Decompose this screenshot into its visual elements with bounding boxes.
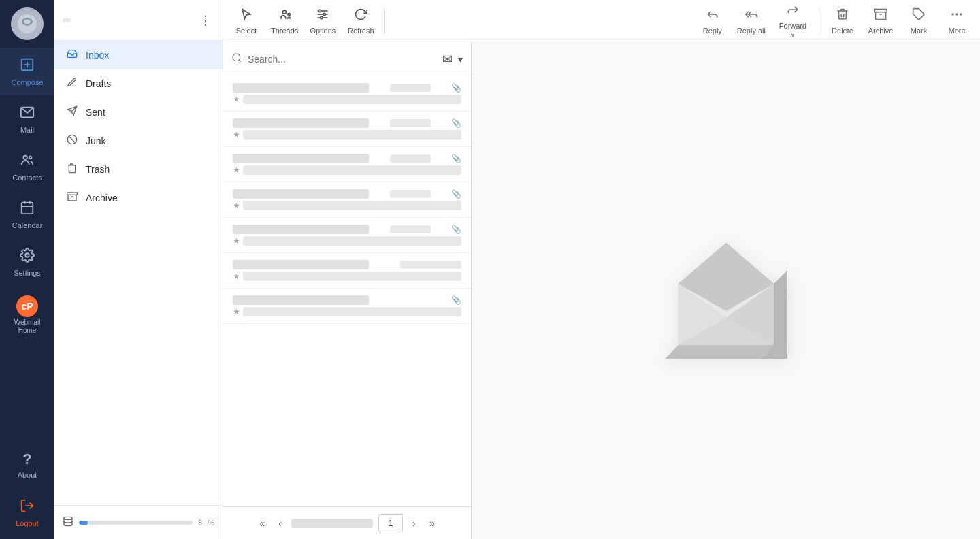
email-subject <box>243 307 461 316</box>
svg-rect-7 <box>22 202 33 214</box>
mark-button[interactable]: Mark <box>901 3 936 39</box>
storage-bar-container <box>79 521 193 525</box>
star-icon[interactable]: ★ <box>233 95 240 104</box>
prev-page-button[interactable]: ‹ <box>274 515 286 532</box>
folder-item-inbox[interactable]: Inbox <box>54 41 223 69</box>
list-item[interactable]: 📎 ★ <box>223 218 471 253</box>
reply-label: Reply <box>703 27 722 35</box>
folder-list: Inbox Drafts Sent Junk <box>54 41 223 505</box>
folder-item-archive[interactable]: Archive <box>54 184 223 212</box>
folder-menu-button[interactable]: ⋮ <box>197 10 214 31</box>
nav-item-logout[interactable]: Logout <box>0 489 54 536</box>
delete-label: Delete <box>832 27 853 35</box>
star-icon[interactable]: ★ <box>233 236 240 246</box>
folder-item-junk[interactable]: Junk <box>54 127 223 155</box>
svg-point-28 <box>952 14 953 15</box>
sent-icon <box>65 105 79 119</box>
nav-item-settings[interactable]: Settings <box>0 238 54 286</box>
mark-icon <box>912 7 926 24</box>
reply-all-label: Reply all <box>737 27 766 35</box>
nav-item-contacts[interactable]: Contacts <box>0 143 54 191</box>
more-icon <box>950 7 964 24</box>
nav-item-calendar[interactable]: Calendar <box>0 191 54 238</box>
svg-point-5 <box>24 155 28 159</box>
nav-item-about[interactable]: ? About <box>0 441 54 489</box>
list-item[interactable]: 📎 ★ <box>223 289 471 324</box>
folder-item-trash[interactable]: Trash <box>54 155 223 184</box>
email-time <box>390 119 431 127</box>
list-item[interactable]: ★ <box>223 253 471 289</box>
webmail-label: WebmailHome <box>14 318 41 335</box>
calendar-label: Calendar <box>12 221 43 229</box>
compose-label: Compose <box>11 78 43 86</box>
archive-button[interactable]: Archive <box>863 3 898 39</box>
first-page-button[interactable]: « <box>256 515 270 532</box>
archive-folder-icon <box>65 191 79 205</box>
email-time <box>390 84 431 92</box>
search-dropdown-icon[interactable]: ▾ <box>458 54 463 65</box>
svg-point-6 <box>29 156 32 159</box>
nav-item-compose[interactable]: Compose <box>0 48 54 95</box>
search-input[interactable] <box>248 54 437 65</box>
more-button[interactable]: More <box>939 3 975 39</box>
next-page-button[interactable]: › <box>408 515 420 532</box>
threads-button[interactable]: Threads <box>267 3 302 39</box>
folder-pane: ⋮ Inbox Drafts Sent <box>54 0 223 539</box>
email-subject <box>243 165 461 175</box>
star-icon[interactable]: ★ <box>233 201 240 210</box>
filter-icon[interactable]: ✉ <box>442 52 453 67</box>
svg-point-18 <box>288 13 290 15</box>
folder-footer: 8 % <box>54 505 223 539</box>
star-icon[interactable]: ★ <box>233 130 240 140</box>
email-sender <box>233 189 369 199</box>
star-icon[interactable]: ★ <box>233 272 240 281</box>
email-subject <box>243 130 461 140</box>
email-subject <box>243 236 461 246</box>
storage-percent-sign: % <box>208 519 214 527</box>
logo-icon <box>11 7 44 40</box>
last-page-button[interactable]: » <box>425 515 439 532</box>
folder-header: ⋮ <box>54 0 223 41</box>
forward-button[interactable]: Forward ▼ <box>772 3 813 39</box>
list-item[interactable]: 📎 ★ <box>223 147 471 182</box>
svg-point-16 <box>64 517 72 519</box>
email-time <box>390 225 431 233</box>
page-info-blurred <box>291 519 373 528</box>
archive-tb-label: Archive <box>868 27 894 35</box>
nav-item-webmail[interactable]: cP WebmailHome <box>0 291 54 339</box>
svg-point-24 <box>321 16 323 18</box>
toolbar-divider-2 <box>819 7 819 35</box>
page-number-input[interactable] <box>378 514 403 532</box>
list-item[interactable]: 📎 ★ <box>223 112 471 147</box>
svg-point-17 <box>283 10 287 14</box>
email-list-footer: « ‹ › » <box>223 506 471 539</box>
list-item[interactable]: 📎 ★ <box>223 76 471 112</box>
reply-button[interactable]: Reply <box>695 3 730 39</box>
mail-icon <box>20 105 35 123</box>
junk-label: Junk <box>86 135 106 146</box>
select-button[interactable]: Select <box>229 3 264 39</box>
forward-icon <box>786 3 800 20</box>
trash-label: Trash <box>86 164 110 175</box>
options-button[interactable]: Options <box>305 3 340 39</box>
reply-all-button[interactable]: Reply all <box>733 3 770 39</box>
refresh-button[interactable]: Refresh <box>343 3 378 39</box>
email-sender <box>233 118 369 128</box>
star-icon[interactable]: ★ <box>233 307 240 316</box>
refresh-icon <box>354 7 368 24</box>
email-sender <box>233 260 369 270</box>
email-time <box>390 190 431 198</box>
mail-label: Mail <box>20 126 34 134</box>
email-sender <box>233 225 369 234</box>
list-item[interactable]: 📎 ★ <box>223 182 471 218</box>
svg-rect-25 <box>875 9 887 12</box>
star-icon[interactable]: ★ <box>233 165 240 175</box>
folder-item-drafts[interactable]: Drafts <box>54 69 223 98</box>
nav-item-mail[interactable]: Mail <box>0 95 54 143</box>
email-sender <box>233 83 369 93</box>
svg-point-29 <box>956 14 958 15</box>
delete-button[interactable]: Delete <box>825 3 860 39</box>
reply-icon <box>706 7 719 24</box>
folder-item-sent[interactable]: Sent <box>54 98 223 127</box>
logout-label: Logout <box>16 519 39 527</box>
